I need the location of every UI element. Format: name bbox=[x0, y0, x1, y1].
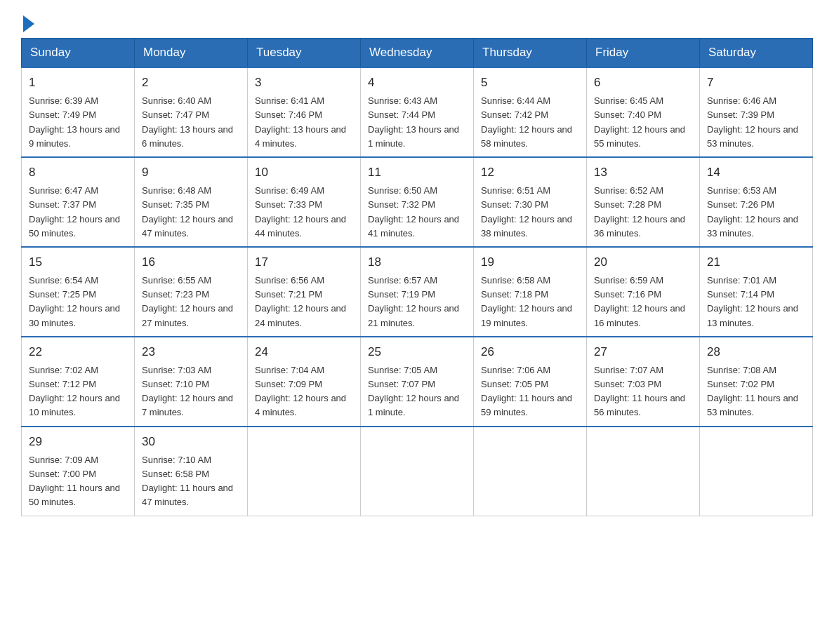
day-number: 30 bbox=[142, 433, 240, 451]
week-row-1: 1Sunrise: 6:39 AMSunset: 7:49 PMDaylight… bbox=[22, 67, 813, 157]
sunrise-info: Sunrise: 7:06 AM bbox=[481, 365, 550, 375]
day-number: 26 bbox=[481, 343, 579, 361]
day-number: 11 bbox=[368, 163, 466, 182]
day-cell-25: 25Sunrise: 7:05 AMSunset: 7:07 PMDayligh… bbox=[361, 337, 474, 427]
day-number: 28 bbox=[707, 343, 805, 361]
daylight-info: Daylight: 12 hours and 16 minutes. bbox=[594, 303, 685, 328]
day-cell-24: 24Sunrise: 7:04 AMSunset: 7:09 PMDayligh… bbox=[248, 337, 361, 427]
daylight-info: Daylight: 11 hours and 59 minutes. bbox=[481, 393, 572, 417]
sunset-info: Sunset: 7:03 PM bbox=[594, 379, 661, 389]
weekday-header-thursday: Thursday bbox=[474, 39, 587, 68]
sunset-info: Sunset: 6:58 PM bbox=[142, 469, 209, 479]
sunrise-info: Sunrise: 6:39 AM bbox=[29, 95, 98, 106]
sunset-info: Sunset: 7:30 PM bbox=[481, 199, 548, 210]
weekday-header-tuesday: Tuesday bbox=[248, 39, 361, 68]
sunrise-info: Sunrise: 6:47 AM bbox=[29, 185, 98, 196]
day-cell-14: 14Sunrise: 6:53 AMSunset: 7:26 PMDayligh… bbox=[700, 157, 813, 247]
day-number: 24 bbox=[255, 343, 353, 361]
sunset-info: Sunset: 7:18 PM bbox=[481, 289, 548, 300]
day-number: 9 bbox=[142, 163, 240, 182]
day-number: 1 bbox=[29, 74, 127, 92]
day-number: 25 bbox=[368, 343, 466, 361]
sunset-info: Sunset: 7:16 PM bbox=[594, 289, 661, 300]
day-cell-3: 3Sunrise: 6:41 AMSunset: 7:46 PMDaylight… bbox=[248, 67, 361, 157]
daylight-info: Daylight: 12 hours and 47 minutes. bbox=[142, 214, 233, 239]
day-number: 27 bbox=[594, 343, 692, 361]
logo bbox=[21, 14, 34, 31]
sunrise-info: Sunrise: 6:50 AM bbox=[368, 185, 437, 196]
day-cell-4: 4Sunrise: 6:43 AMSunset: 7:44 PMDaylight… bbox=[361, 67, 474, 157]
day-number: 17 bbox=[255, 253, 353, 271]
sunset-info: Sunset: 7:14 PM bbox=[707, 289, 774, 300]
daylight-info: Daylight: 11 hours and 47 minutes. bbox=[142, 483, 233, 507]
daylight-info: Daylight: 12 hours and 50 minutes. bbox=[29, 214, 120, 239]
weekday-header-wednesday: Wednesday bbox=[361, 39, 474, 68]
day-number: 2 bbox=[142, 74, 240, 92]
day-cell-5: 5Sunrise: 6:44 AMSunset: 7:42 PMDaylight… bbox=[474, 67, 587, 157]
day-cell-27: 27Sunrise: 7:07 AMSunset: 7:03 PMDayligh… bbox=[587, 337, 700, 427]
daylight-info: Daylight: 12 hours and 58 minutes. bbox=[481, 124, 572, 149]
week-row-3: 15Sunrise: 6:54 AMSunset: 7:25 PMDayligh… bbox=[22, 247, 813, 337]
sunset-info: Sunset: 7:39 PM bbox=[707, 109, 774, 120]
sunset-info: Sunset: 7:37 PM bbox=[29, 199, 96, 210]
day-number: 3 bbox=[255, 74, 353, 92]
day-cell-26: 26Sunrise: 7:06 AMSunset: 7:05 PMDayligh… bbox=[474, 337, 587, 427]
calendar-table: SundayMondayTuesdayWednesdayThursdayFrid… bbox=[21, 38, 813, 516]
daylight-info: Daylight: 13 hours and 9 minutes. bbox=[29, 124, 120, 149]
sunset-info: Sunset: 7:12 PM bbox=[29, 379, 96, 389]
day-number: 21 bbox=[707, 253, 805, 271]
day-cell-8: 8Sunrise: 6:47 AMSunset: 7:37 PMDaylight… bbox=[22, 157, 135, 247]
sunrise-info: Sunrise: 7:07 AM bbox=[594, 365, 663, 375]
sunrise-info: Sunrise: 6:59 AM bbox=[594, 275, 663, 286]
sunset-info: Sunset: 7:19 PM bbox=[368, 289, 435, 300]
day-cell-11: 11Sunrise: 6:50 AMSunset: 7:32 PMDayligh… bbox=[361, 157, 474, 247]
sunrise-info: Sunrise: 6:48 AM bbox=[142, 185, 211, 196]
day-number: 10 bbox=[255, 163, 353, 182]
weekday-header-friday: Friday bbox=[587, 39, 700, 68]
sunset-info: Sunset: 7:44 PM bbox=[368, 109, 435, 120]
sunset-info: Sunset: 7:46 PM bbox=[255, 109, 322, 120]
sunset-info: Sunset: 7:00 PM bbox=[29, 469, 96, 479]
daylight-info: Daylight: 12 hours and 38 minutes. bbox=[481, 214, 572, 239]
day-cell-22: 22Sunrise: 7:02 AMSunset: 7:12 PMDayligh… bbox=[22, 337, 135, 427]
sunrise-info: Sunrise: 6:46 AM bbox=[707, 95, 776, 106]
empty-cell bbox=[700, 427, 813, 516]
daylight-info: Daylight: 11 hours and 50 minutes. bbox=[29, 483, 120, 507]
sunset-info: Sunset: 7:47 PM bbox=[142, 109, 209, 120]
sunrise-info: Sunrise: 6:53 AM bbox=[707, 185, 776, 196]
week-row-4: 22Sunrise: 7:02 AMSunset: 7:12 PMDayligh… bbox=[22, 337, 813, 427]
day-number: 19 bbox=[481, 253, 579, 271]
day-number: 12 bbox=[481, 163, 579, 182]
week-row-5: 29Sunrise: 7:09 AMSunset: 7:00 PMDayligh… bbox=[22, 427, 813, 516]
empty-cell bbox=[587, 427, 700, 516]
sunset-info: Sunset: 7:42 PM bbox=[481, 109, 548, 120]
day-cell-29: 29Sunrise: 7:09 AMSunset: 7:00 PMDayligh… bbox=[22, 427, 135, 516]
sunrise-info: Sunrise: 7:05 AM bbox=[368, 365, 437, 375]
weekday-header-row: SundayMondayTuesdayWednesdayThursdayFrid… bbox=[22, 39, 813, 68]
day-cell-18: 18Sunrise: 6:57 AMSunset: 7:19 PMDayligh… bbox=[361, 247, 474, 337]
daylight-info: Daylight: 12 hours and 53 minutes. bbox=[707, 124, 798, 149]
sunrise-info: Sunrise: 7:04 AM bbox=[255, 365, 324, 375]
day-cell-28: 28Sunrise: 7:08 AMSunset: 7:02 PMDayligh… bbox=[700, 337, 813, 427]
daylight-info: Daylight: 13 hours and 4 minutes. bbox=[255, 124, 346, 149]
day-number: 14 bbox=[707, 163, 805, 182]
sunset-info: Sunset: 7:21 PM bbox=[255, 289, 322, 300]
daylight-info: Daylight: 12 hours and 30 minutes. bbox=[29, 303, 120, 328]
day-cell-2: 2Sunrise: 6:40 AMSunset: 7:47 PMDaylight… bbox=[135, 67, 248, 157]
sunset-info: Sunset: 7:10 PM bbox=[142, 379, 209, 389]
day-cell-17: 17Sunrise: 6:56 AMSunset: 7:21 PMDayligh… bbox=[248, 247, 361, 337]
sunrise-info: Sunrise: 7:10 AM bbox=[142, 455, 211, 465]
day-cell-16: 16Sunrise: 6:55 AMSunset: 7:23 PMDayligh… bbox=[135, 247, 248, 337]
logo-arrow-icon bbox=[23, 15, 34, 32]
sunset-info: Sunset: 7:23 PM bbox=[142, 289, 209, 300]
daylight-info: Daylight: 12 hours and 24 minutes. bbox=[255, 303, 346, 328]
empty-cell bbox=[474, 427, 587, 516]
sunrise-info: Sunrise: 7:02 AM bbox=[29, 365, 98, 375]
daylight-info: Daylight: 12 hours and 33 minutes. bbox=[707, 214, 798, 239]
weekday-header-saturday: Saturday bbox=[700, 39, 813, 68]
day-cell-6: 6Sunrise: 6:45 AMSunset: 7:40 PMDaylight… bbox=[587, 67, 700, 157]
daylight-info: Daylight: 13 hours and 6 minutes. bbox=[142, 124, 233, 149]
daylight-info: Daylight: 12 hours and 7 minutes. bbox=[142, 393, 233, 417]
sunrise-info: Sunrise: 6:57 AM bbox=[368, 275, 437, 286]
daylight-info: Daylight: 11 hours and 56 minutes. bbox=[594, 393, 685, 417]
